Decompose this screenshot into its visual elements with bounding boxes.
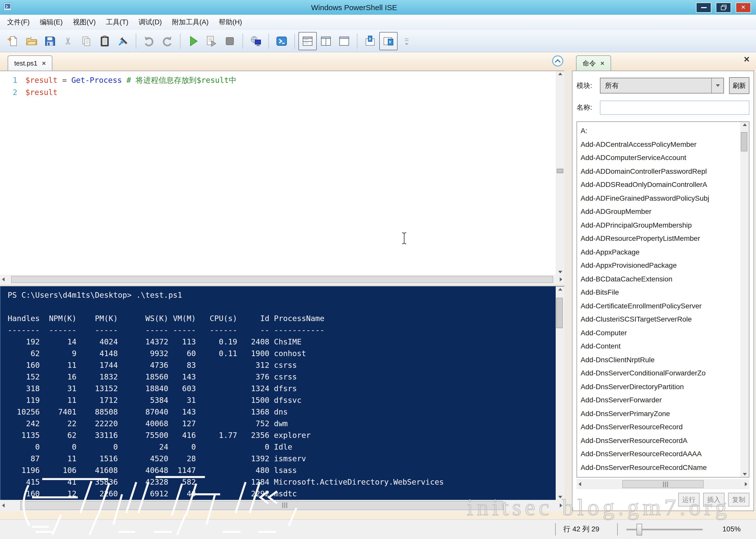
command-list-item[interactable]: Add-ADFineGrainedPasswordPolicySubj (581, 191, 740, 205)
minimize-button[interactable] (696, 2, 711, 13)
scroll-up-arrow[interactable] (558, 288, 562, 291)
layout-script-top-button[interactable] (298, 32, 317, 50)
close-addon-pane-icon[interactable]: ✕ (744, 55, 750, 64)
scroll-up-arrow[interactable] (742, 123, 747, 126)
command-list-item[interactable]: Add-ADResourcePropertyListMember (581, 232, 740, 245)
scroll-left-arrow[interactable] (579, 482, 581, 486)
command-list-item[interactable]: Add-DnsServerPrimaryZone (581, 407, 740, 420)
command-list-item[interactable]: Add-DnsServerResourceRecordCName (581, 461, 740, 474)
name-label: 名称: (577, 103, 600, 112)
open-script-button[interactable] (22, 32, 41, 50)
run-script-button[interactable] (184, 32, 202, 50)
scrollbar-thumb[interactable] (741, 132, 747, 151)
panel-button[interactable]: 复制 (728, 493, 749, 506)
command-list-item[interactable]: Add-ADCentralAccessPolicyMember (581, 137, 740, 151)
layout-console-only-button[interactable] (335, 32, 353, 50)
command-list-item[interactable]: Add-DnsServerResourceRecordA (581, 433, 740, 447)
console-pane[interactable]: PS C:\Users\d4m1ts\Desktop> .\test.ps1 H… (1, 286, 556, 500)
command-list-item[interactable]: Add-BitsFile (581, 285, 740, 299)
command-list-item[interactable]: Add-ADComputerServiceAccount (581, 151, 740, 164)
clear-console-button[interactable] (114, 32, 132, 50)
command-list-item[interactable]: Add-ClusteriSCSITargetServerRole (581, 312, 740, 326)
new-script-button[interactable] (4, 32, 22, 50)
start-powershell-exe-button[interactable] (272, 32, 291, 50)
tab-commands[interactable]: 命令 × (576, 55, 611, 71)
command-list-vertical-scrollbar[interactable] (740, 122, 749, 477)
scrollbar-marker[interactable] (557, 169, 563, 173)
layout-script-side-button[interactable] (317, 32, 335, 50)
command-list[interactable]: A:Add-ADCentralAccessPolicyMemberAdd-ADC… (577, 122, 740, 477)
menu-item[interactable]: 附加工具(A) (167, 15, 214, 30)
editor-horizontal-scrollbar[interactable] (0, 275, 564, 284)
command-list-item[interactable]: Add-Content (581, 339, 740, 353)
command-list-item[interactable]: Add-ADPrincipalGroupMembership (581, 218, 740, 232)
tab-test-ps1[interactable]: test.ps1 × (8, 55, 52, 71)
menu-item[interactable]: 工具(T) (101, 15, 134, 30)
panel-button[interactable]: 运行 (678, 493, 700, 506)
restore-button[interactable] (716, 2, 731, 13)
command-list-item[interactable]: Add-ADDSReadOnlyDomainControllerA (581, 178, 740, 191)
scroll-right-arrow[interactable] (560, 503, 562, 507)
menu-item[interactable]: 帮助(H) (214, 15, 247, 30)
scrollbar-grip (663, 482, 668, 487)
console-vertical-scrollbar[interactable] (556, 286, 564, 500)
zoom-slider-handle[interactable] (636, 524, 642, 535)
script-editor-pane[interactable]: 1 $result = Get-Process # 将进程信息存放到$resul… (0, 71, 564, 275)
menu-item[interactable]: 编辑(E) (35, 15, 68, 30)
console-horizontal-scrollbar[interactable] (0, 500, 564, 511)
menu-item[interactable]: 文件(F) (2, 15, 35, 30)
undo-button[interactable] (140, 32, 158, 50)
command-list-item[interactable]: Add-CertificateEnrollmentPolicyServer (581, 299, 740, 312)
scroll-right-arrow[interactable] (560, 277, 562, 281)
toolbar-overflow-button[interactable] (398, 32, 416, 50)
command-list-item[interactable]: Add-DnsClientNrptRule (581, 353, 740, 366)
redo-button[interactable] (158, 32, 176, 50)
command-list-item[interactable]: Add-ADDomainControllerPasswordRepl (581, 164, 740, 178)
collapse-script-pane-button[interactable] (552, 55, 563, 67)
scrollbar-thumb[interactable] (11, 276, 553, 283)
scroll-right-arrow[interactable] (745, 482, 747, 486)
tab-close-icon[interactable]: × (601, 59, 604, 67)
scrollbar-thumb[interactable] (20, 501, 503, 510)
module-dropdown[interactable]: 所有 (600, 78, 724, 94)
command-list-item[interactable]: Add-AppxPackage (581, 245, 740, 259)
run-selection-button[interactable] (202, 32, 221, 50)
command-list-item[interactable]: Add-DnsServerResourceRecordAAAA (581, 447, 740, 461)
command-list-item[interactable]: Add-DnsServerDirectoryPartition (581, 380, 740, 393)
scroll-down-arrow[interactable] (742, 473, 747, 476)
command-list-item[interactable]: Add-Computer (581, 326, 740, 339)
save-button[interactable] (41, 32, 59, 50)
close-button[interactable]: ✕ (736, 2, 751, 13)
editor-code[interactable]: 1 $result = Get-Process # 将进程信息存放到$resul… (0, 71, 556, 275)
command-list-item[interactable]: Add-AppxProvisionedPackage (581, 259, 740, 272)
command-list-item[interactable]: Add-DnsServerConditionalForwarderZo (581, 366, 740, 380)
scroll-down-arrow[interactable] (558, 496, 562, 499)
scroll-up-arrow[interactable] (558, 73, 562, 75)
app-icon[interactable] (3, 2, 12, 13)
show-script-pane-top-button[interactable] (361, 32, 379, 50)
cut-button[interactable]: ✂ (59, 32, 77, 50)
scroll-down-arrow[interactable] (558, 271, 562, 273)
panel-button[interactable]: 插入 (703, 493, 724, 506)
editor-vertical-scrollbar[interactable] (556, 71, 564, 275)
scrollbar-thumb[interactable] (556, 298, 563, 328)
command-list-horizontal-scrollbar[interactable] (577, 479, 749, 489)
command-list-item[interactable]: Add-DnsServerResourceRecord (581, 420, 740, 433)
stop-operation-button[interactable] (221, 32, 239, 50)
command-list-item[interactable]: Add-BCDataCacheExtension (581, 272, 740, 285)
command-list-item[interactable]: Add-DnsServerForwarder (581, 393, 740, 407)
copy-button[interactable] (77, 32, 96, 50)
scroll-left-arrow[interactable] (2, 503, 5, 507)
menu-item[interactable]: 调试(D) (134, 15, 167, 30)
name-filter-input[interactable] (600, 101, 749, 115)
dropdown-arrow-button[interactable] (711, 78, 723, 93)
refresh-button[interactable]: 刷新 (729, 77, 749, 94)
menu-item[interactable]: 视图(V) (68, 15, 101, 30)
scroll-left-arrow[interactable] (2, 277, 5, 281)
tab-close-icon[interactable]: × (42, 59, 46, 67)
show-script-pane-right-button[interactable] (379, 32, 398, 50)
new-remote-powershell-tab-button[interactable] (246, 32, 265, 50)
command-list-item[interactable]: A: (581, 124, 740, 137)
command-list-item[interactable]: Add-ADGroupMember (581, 205, 740, 218)
paste-button[interactable] (96, 32, 114, 50)
